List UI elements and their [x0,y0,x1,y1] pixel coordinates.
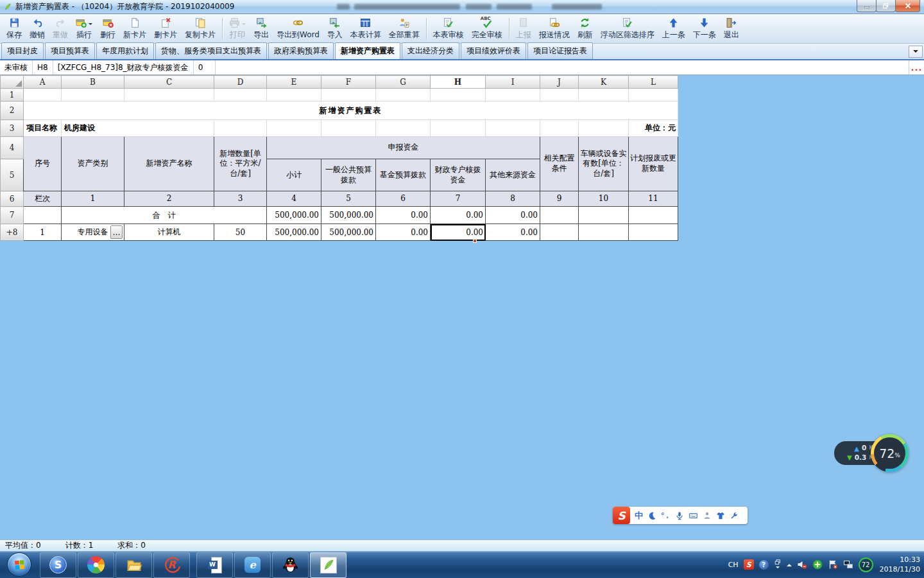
cell[interactable] [540,120,579,137]
cell[interactable] [579,207,629,224]
header-quantity[interactable]: 新增数量[单位：平方米/台/套] [214,137,267,191]
volume-muted-icon[interactable] [797,559,807,570]
cell[interactable] [629,89,678,101]
row-header-8[interactable]: +8 [1,224,24,241]
cell[interactable] [579,224,629,241]
row-header-1[interactable]: 1 [1,89,24,101]
header-asset-name[interactable]: 新增资产名称 [124,137,214,191]
column-header-k[interactable]: K [579,76,629,89]
cell[interactable] [579,120,629,137]
column-header-b[interactable]: B [62,76,124,89]
total-fund-budget[interactable]: 0.00 [376,207,431,224]
show-hidden-icons-button[interactable] [787,561,792,566]
cell[interactable] [321,89,376,101]
action-center-flag-icon[interactable] [828,559,838,570]
print-button[interactable]: 打印 [225,15,250,42]
memory-tray-badge[interactable]: 72 [859,557,873,572]
cell[interactable] [124,89,214,101]
lane-2[interactable]: 2 [124,191,214,207]
360-shield-icon[interactable] [812,559,823,570]
skin-tshirt-icon[interactable] [716,511,725,520]
taskbar-r-app[interactable]: R [153,552,190,578]
cell-i8[interactable]: 0.00 [486,224,540,241]
lane-label[interactable]: 栏次 [24,191,62,207]
cell[interactable] [431,89,486,101]
sogou-ime-bar[interactable]: S 中 °， [613,507,748,524]
lane-8[interactable]: 8 [486,191,540,207]
cell[interactable] [540,207,579,224]
project-name-label[interactable]: 项目名称 [24,120,62,137]
chevron-down-icon[interactable] [242,23,246,27]
cell-value-input[interactable]: 0 [194,60,216,74]
total-label[interactable]: 合 计 [62,207,267,224]
memory-usage-ball[interactable]: 72% [871,434,909,472]
sogou-logo-icon[interactable]: S [613,507,630,524]
keyboard-icon[interactable] [689,511,698,520]
lane-5[interactable]: 5 [321,191,376,207]
report-status-button[interactable]: 报送情况 [535,15,574,42]
cell[interactable] [376,89,431,101]
chevron-down-icon[interactable] [89,23,92,27]
header-public-budget[interactable]: 一般公共预算拨款 [321,159,376,191]
sogou-tray-icon[interactable]: S [744,559,754,570]
formula-more-button[interactable]: ... [909,60,924,74]
lane-9[interactable]: 9 [540,191,579,207]
input-stats-person-icon[interactable] [703,511,712,520]
row-header-5[interactable]: 5 [1,159,24,191]
column-header-h[interactable]: H [431,76,486,89]
tab-project-budget[interactable]: 项目预算表 [45,42,95,59]
project-name-value[interactable]: 机房建设 [62,120,214,137]
filter-sort-button[interactable]: 浮动区筛选排序 [597,15,658,42]
cell[interactable] [214,89,267,101]
cell[interactable] [486,120,540,137]
cell[interactable] [540,89,579,101]
spreadsheet-area[interactable]: A B C D E F G H I J K L 1 2 新增资产购置表 3 项目… [0,75,924,539]
previous-record-button[interactable]: 上一条 [658,15,689,42]
cell[interactable] [376,120,431,137]
ime-punctuation-toggle[interactable]: °， [661,511,671,520]
cell-picker-button[interactable]: … [110,225,123,239]
restore-button[interactable] [876,0,896,12]
column-header-e[interactable]: E [267,76,321,89]
next-record-button[interactable]: 下一条 [689,15,720,42]
new-card-button[interactable]: 新卡片 [119,15,150,42]
row-header-6[interactable]: 6 [1,191,24,207]
column-header-l[interactable]: L [629,76,678,89]
taskbar-ie-browser[interactable]: e [234,552,271,578]
cell[interactable] [24,207,62,224]
clock[interactable]: 10:33 2018/11/30 [878,555,920,575]
total-subtotal[interactable]: 500,000.00 [267,207,321,224]
cell-b8[interactable]: 专用设备… [62,224,124,241]
exit-button[interactable]: 退出 [720,15,743,42]
tab-annual-fund-plan[interactable]: 年度用款计划 [96,42,154,59]
cell[interactable] [62,89,124,101]
tab-project-cover[interactable]: 项目封皮 [1,42,44,59]
select-all-corner[interactable] [1,76,24,89]
cell-h8-selected[interactable]: 0.00 [431,224,486,241]
cell[interactable] [24,89,62,101]
tab-expenditure-classification[interactable]: 支出经济分类 [402,42,459,59]
lane-3[interactable]: 3 [214,191,267,207]
ime-fullwidth-moon-icon[interactable] [647,511,656,520]
taskbar-qq[interactable] [272,552,309,578]
taskbar-360-browser[interactable] [78,552,114,578]
tab-new-asset-purchase[interactable]: 新增资产购置表 [335,42,400,59]
cell-a8[interactable]: 1 [24,224,62,241]
column-header-f[interactable]: F [321,76,376,89]
row-header-2[interactable]: 2 [1,101,24,120]
cell[interactable] [579,89,629,101]
cell[interactable] [214,120,267,137]
cell-g8[interactable]: 0.00 [376,224,431,241]
sheet-title[interactable]: 新增资产购置表 [24,101,678,120]
row-header-3[interactable]: 3 [1,120,24,137]
minimize-button[interactable] [857,0,877,12]
audit-table-button[interactable]: 本表审核 [429,15,468,42]
total-fiscal-account[interactable]: 0.00 [431,207,486,224]
insert-row-button[interactable]: 插行 [72,15,96,42]
header-seq[interactable]: 序号 [24,137,62,191]
ime-settings-wrench-icon[interactable] [730,511,739,520]
cell[interactable] [486,89,540,101]
start-button[interactable] [0,552,38,577]
lane-1[interactable]: 1 [62,191,124,207]
row-header-4[interactable]: 4 [1,137,24,159]
